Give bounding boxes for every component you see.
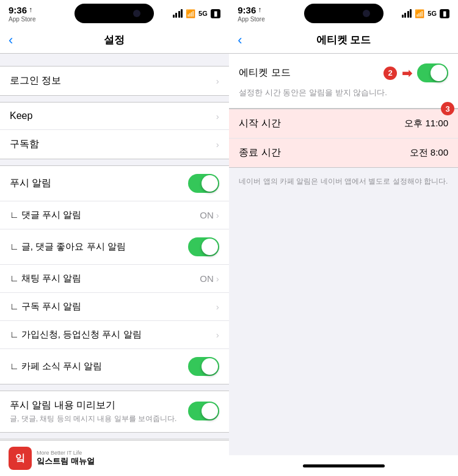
right-nav-bar: ‹ 에티켓 모드: [229, 27, 458, 54]
right-home-bar: [229, 455, 458, 476]
list-item[interactable]: ∟ 구독 푸시 알림 ›: [0, 293, 229, 321]
cafe-notification-toggle[interactable]: [188, 357, 219, 376]
chevron-icon: ›: [216, 330, 219, 340]
home-indicator: [303, 464, 385, 467]
location-arrow-icon: ↑: [29, 5, 32, 14]
back-button[interactable]: ‹: [9, 32, 13, 48]
list-item[interactable]: ∟ 가입신청, 등업신청 푸시 알림 ›: [0, 321, 229, 349]
item-label: 로그인 정보: [10, 74, 61, 87]
item-label: ∟ 구독 푸시 알림: [10, 301, 81, 312]
settings-group-push: 푸시 알림 ∟ 댓글 푸시 알림 ON › ∟ 글, 댓글 좋아요 푸시 알림: [0, 165, 229, 384]
chevron-icon: ›: [216, 111, 219, 121]
status-right: 📶 5G ▮: [402, 9, 449, 18]
status-left: 9:36 ↑ App Store: [9, 5, 35, 23]
badge-2: 2: [383, 67, 397, 80]
chevron-icon: ›: [216, 273, 219, 284]
arrow-right-icon: ➡: [402, 66, 412, 81]
chevron-icon: ›: [216, 76, 219, 86]
list-item[interactable]: ∟ 채팅 푸시 알림 ON ›: [0, 265, 229, 293]
camera-dot: [363, 10, 370, 17]
on-label: ON: [200, 273, 214, 284]
item-label: ∟ 카페 소식 푸시 알림: [10, 361, 102, 372]
status-left: 9:36 ↑ App Store: [238, 5, 264, 23]
item-label: Keep: [10, 110, 32, 121]
battery-icon: ▮: [440, 9, 449, 18]
etiquette-content: 에티켓 모드 2 ➡ 설정한 시간 동안은 알림을 받지 않습니다. 3 시작 …: [229, 54, 458, 455]
etiquette-mode-toggle[interactable]: [417, 63, 448, 82]
right-status-bar: 9:36 ↑ App Store 📶 5G ▮: [229, 0, 458, 27]
right-panel: 9:36 ↑ App Store 📶 5G ▮: [229, 0, 458, 476]
item-label: ∟ 채팅 푸시 알림: [10, 273, 81, 284]
time-section-wrapper: 3 시작 시간 오후 11:00 종료 시간 오전 8:00: [229, 109, 458, 168]
appstore-label: App Store: [9, 16, 35, 23]
like-notification-toggle[interactable]: [188, 237, 219, 256]
list-item[interactable]: ∟ 카페 소식 푸시 알림: [0, 349, 229, 384]
item-label: ∟ 댓글 푸시 알림: [10, 209, 81, 221]
etiquette-mode-label: 에티켓 모드: [239, 67, 290, 79]
settings-group-login: 로그인 정보 ›: [0, 66, 229, 96]
etiquette-time-section: 시작 시간 오후 11:00 종료 시간 오전 8:00: [229, 109, 458, 168]
end-time-item[interactable]: 종료 시간 오전 8:00: [229, 139, 458, 167]
location-arrow-icon: ↑: [258, 5, 261, 14]
etiquette-footer: 네이버 앱의 카페 알림은 네이버 앱에서 별도로 설정해야 합니다.: [229, 168, 458, 194]
start-time-item[interactable]: 시작 시간 오후 11:00: [229, 109, 458, 139]
wifi-icon: 📶: [186, 9, 195, 18]
appstore-label: App Store: [238, 16, 264, 23]
item-desc: 글, 댓글, 채팅 등의 메시지 내용 일부를 보여줍니다.: [10, 414, 182, 424]
etiquette-desc: 설정한 시간 동안은 알림을 받지 않습니다.: [239, 87, 448, 98]
badge-3-wrapper: 3: [441, 102, 454, 115]
item-label: ∟ 가입신청, 등업신청 푸시 알림: [10, 329, 142, 341]
push-notification-toggle[interactable]: [188, 174, 219, 193]
left-status-bar: 9:36 ↑ App Store 📶 5G ▮: [0, 0, 229, 27]
badge-3: 3: [441, 102, 454, 115]
start-time-value: 오후 11:00: [404, 118, 448, 129]
item-label: 구독함: [10, 138, 39, 151]
item-label: 푸시 알림 내용 미리보기: [10, 399, 182, 412]
list-item[interactable]: 푸시 알림: [0, 166, 229, 201]
chevron-icon: ›: [216, 139, 219, 150]
camera-dot: [133, 10, 140, 17]
list-item[interactable]: ∟ 글, 댓글 좋아요 푸시 알림: [0, 229, 229, 265]
start-time-label: 시작 시간: [239, 117, 280, 130]
chevron-icon: ›: [216, 301, 219, 312]
back-button[interactable]: ‹: [238, 32, 242, 48]
page-title: 설정: [104, 33, 125, 47]
etiquette-toggle-row: 에티켓 모드 2 ➡: [239, 63, 448, 82]
watermark-title: 잌스트림 매뉴얼: [37, 456, 95, 467]
on-label: ON: [200, 210, 214, 220]
wifi-icon: 📶: [415, 9, 424, 18]
settings-group-keep: Keep › 구독함 ›: [0, 102, 229, 159]
watermark-logo: 잌: [9, 447, 32, 470]
dynamic-island: [75, 4, 154, 23]
5g-label: 5G: [427, 10, 437, 17]
status-right: 📶 5G ▮: [173, 9, 220, 18]
item-label: ∟ 글, 댓글 좋아요 푸시 알림: [10, 241, 126, 253]
status-time: 9:36 ↑: [9, 5, 32, 16]
chevron-icon: ›: [216, 210, 219, 220]
signal-bars: [173, 9, 183, 18]
signal-bars: [402, 9, 412, 18]
list-item[interactable]: 푸시 알림 내용 미리보기 글, 댓글, 채팅 등의 메시지 내용 일부를 보여…: [0, 391, 229, 432]
etiquette-toggle-section: 에티켓 모드 2 ➡ 설정한 시간 동안은 알림을 받지 않습니다.: [229, 54, 458, 109]
watermark: 잌 More Better IT Life 잌스트림 매뉴얼: [0, 440, 229, 476]
item-label: 푸시 알림: [10, 177, 51, 190]
etiquette-footer-text: 네이버 앱의 카페 알림은 네이버 앱에서 별도로 설정해야 합니다.: [239, 177, 448, 186]
left-panel: 9:36 ↑ App Store 📶 5G ▮: [0, 0, 229, 476]
list-item[interactable]: 로그인 정보 ›: [0, 67, 229, 95]
dynamic-island: [304, 4, 383, 23]
list-item[interactable]: ∟ 댓글 푸시 알림 ON ›: [0, 201, 229, 229]
list-item[interactable]: Keep ›: [0, 103, 229, 130]
list-item[interactable]: 구독함 ›: [0, 130, 229, 159]
5g-label: 5G: [198, 10, 208, 17]
end-time-value: 오전 8:00: [410, 147, 448, 159]
end-time-label: 종료 시간: [239, 146, 280, 159]
page-title: 에티켓 모드: [316, 33, 371, 47]
battery-icon: ▮: [211, 9, 220, 18]
status-time: 9:36 ↑: [238, 5, 261, 16]
watermark-sub: More Better IT Life: [37, 450, 95, 456]
watermark-text: More Better IT Life 잌스트림 매뉴얼: [37, 450, 95, 467]
preview-toggle[interactable]: [188, 402, 219, 420]
settings-group-preview: 푸시 알림 내용 미리보기 글, 댓글, 채팅 등의 메시지 내용 일부를 보여…: [0, 391, 229, 433]
left-nav-bar: ‹ 설정: [0, 27, 229, 54]
left-content: 로그인 정보 › Keep › 구독함 › 푸시 알림: [0, 54, 229, 440]
